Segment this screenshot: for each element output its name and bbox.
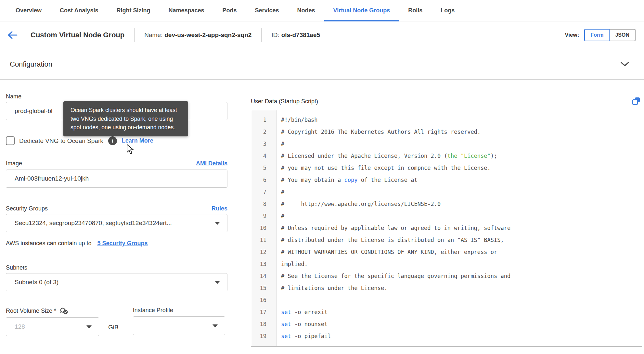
code-line-1[interactable]: #!/bin/bash (281, 114, 642, 126)
subnets-select[interactable]: Subnets 0 (of 3) (6, 273, 227, 291)
code-line-3[interactable]: # (281, 138, 642, 150)
learn-more-link[interactable]: Learn More (122, 137, 153, 144)
code-line-6[interactable]: # You may obtain a copy of the License a… (281, 174, 642, 186)
tab-virtual-node-groups[interactable]: Virtual Node Groups (324, 0, 399, 21)
line-number: 4 (251, 150, 277, 162)
code-line-4[interactable]: # Licensed under the Apache License, Ver… (281, 150, 642, 162)
header-divider (134, 28, 135, 42)
instance-profile-select[interactable] (133, 316, 225, 335)
tab-services[interactable]: Services (246, 0, 288, 21)
code-line-10[interactable]: # Unless required by applicable law or a… (281, 222, 642, 234)
vng-name-value: dev-us-west-2-app-sqn2-sqn2 (164, 32, 251, 38)
code-line-5[interactable]: # you may not use this file except in co… (281, 162, 642, 174)
line-number: 18 (251, 318, 277, 330)
vng-id-value: ols-d7381ae5 (281, 32, 320, 38)
view-label: View: (565, 32, 579, 38)
code-line-7[interactable]: # (281, 186, 642, 198)
mouse-cursor (126, 144, 135, 156)
line-number: 9 (251, 210, 277, 222)
page-title: Custom Virtual Node Group (31, 31, 124, 39)
back-arrow-icon[interactable] (7, 31, 18, 40)
vng-name: Name:dev-us-west-2-app-sqn2-sqn2 (144, 32, 251, 39)
root-volume-placeholder: 128 (15, 323, 25, 330)
subnets-value: Subnets 0 (of 3) (15, 279, 58, 286)
line-number: 6 (251, 174, 277, 186)
line-number: 3 (251, 138, 277, 150)
code-line-12[interactable]: # WITHOUT WARRANTIES OR CONDITIONS OF AN… (281, 246, 642, 258)
image-field-label: Image (6, 160, 22, 167)
view-json-button[interactable]: JSON (609, 29, 636, 41)
copy-icon[interactable] (631, 96, 641, 106)
name-input-value: prod-global-bl (15, 107, 52, 115)
gib-unit-label: GiB (108, 324, 119, 331)
vng-id-label: ID: (271, 32, 279, 38)
security-groups-note: AWS instances can contain up to (6, 240, 91, 247)
line-number: 1 (251, 114, 277, 126)
ami-details-link[interactable]: AMI Details (196, 160, 227, 167)
code-editor[interactable]: 12345678910111213141516171819 #!/bin/bas… (251, 110, 642, 347)
code-line-18[interactable]: set -o nounset (281, 318, 642, 330)
caret-down-icon (215, 281, 220, 284)
subnets-label: Subnets (6, 264, 227, 271)
chevron-down-icon[interactable] (620, 62, 629, 67)
line-number: 10 (251, 222, 277, 234)
code-line-14[interactable]: # See the License for the specific langu… (281, 270, 642, 282)
code-line-17[interactable]: set -o errexit (281, 306, 642, 318)
security-groups-value: Secu12324, secgroup23470870, segtuyfsd12… (15, 220, 172, 227)
code-line-9[interactable]: # (281, 210, 642, 222)
line-number: 12 (251, 246, 277, 258)
vng-id: ID:ols-d7381ae5 (271, 32, 320, 39)
line-number-gutter: 12345678910111213141516171819 (251, 110, 277, 346)
five-security-groups-link[interactable]: 5 Security Groups (97, 240, 148, 247)
root-volume-size-label: Root Volume Size * (6, 308, 56, 314)
ocean-spark-tooltip: Ocean Spark clusters should have at leas… (63, 101, 188, 136)
code-line-2[interactable]: # Copyright 2016 The Kubernetes Authors … (281, 126, 642, 138)
line-number: 7 (251, 186, 277, 198)
header-divider (261, 28, 262, 42)
view-toggle: Form JSON (584, 29, 636, 41)
caret-down-icon (86, 325, 92, 328)
tab-pods[interactable]: Pods (213, 0, 246, 21)
view-form-button[interactable]: Form (584, 29, 610, 41)
tab-overview[interactable]: Overview (6, 0, 51, 21)
image-input[interactable]: Ami-003fruuen12-yui-10jkh (6, 170, 227, 188)
line-number: 8 (251, 198, 277, 210)
dedicate-vng-checkbox[interactable] (6, 136, 15, 145)
code-line-19[interactable]: set -o pipefail (281, 330, 642, 342)
caret-down-icon (213, 324, 218, 327)
dedicate-vng-label: Dedicate VNG to Ocean Spark (19, 137, 103, 145)
security-groups-select[interactable]: Secu12324, secgroup23470870, segtuyfsd12… (6, 214, 227, 232)
tab-right-sizing[interactable]: Right Sizing (107, 0, 159, 21)
page-header: Custom Virtual Node Group Name:dev-us-we… (0, 21, 644, 49)
code-line-8[interactable]: # http://www.apache.org/licenses/LICENSE… (281, 198, 642, 210)
tab-logs[interactable]: Logs (431, 0, 464, 21)
link-check-icon[interactable] (59, 307, 69, 315)
line-number: 5 (251, 162, 277, 174)
rules-link[interactable]: Rules (212, 205, 227, 212)
tab-namespaces[interactable]: Namespaces (159, 0, 213, 21)
line-number: 13 (251, 258, 277, 270)
name-field-label: Name (6, 93, 227, 100)
tab-rolls[interactable]: Rolls (399, 0, 431, 21)
line-number: 17 (251, 306, 277, 318)
line-number: 11 (251, 234, 277, 246)
image-input-value: Ami-003fruuen12-yui-10jkh (15, 175, 89, 182)
caret-down-icon (215, 222, 220, 225)
info-icon[interactable]: i (108, 136, 117, 145)
line-number: 19 (251, 330, 277, 342)
code-line-15[interactable]: # limitations under the License. (281, 282, 642, 294)
line-number: 15 (251, 282, 277, 294)
user-data-panel: User Data (Startup Script) 1234567891011… (251, 80, 642, 347)
code-line-13[interactable]: implied. (281, 258, 642, 270)
root-volume-size-select[interactable]: 128 (6, 317, 99, 336)
line-number: 14 (251, 270, 277, 282)
tab-bar: OverviewCost AnalysisRight SizingNamespa… (0, 0, 644, 21)
tab-cost-analysis[interactable]: Cost Analysis (51, 0, 107, 21)
code-line-16[interactable] (281, 294, 642, 306)
vng-name-label: Name: (144, 32, 162, 38)
configuration-section-header: Configuration (0, 49, 644, 80)
tab-nodes[interactable]: Nodes (288, 0, 324, 21)
code-line-11[interactable]: # distributed under the License is distr… (281, 234, 642, 246)
line-number: 16 (251, 294, 277, 306)
code-area[interactable]: #!/bin/bash# Copyright 2016 The Kubernet… (277, 110, 642, 346)
